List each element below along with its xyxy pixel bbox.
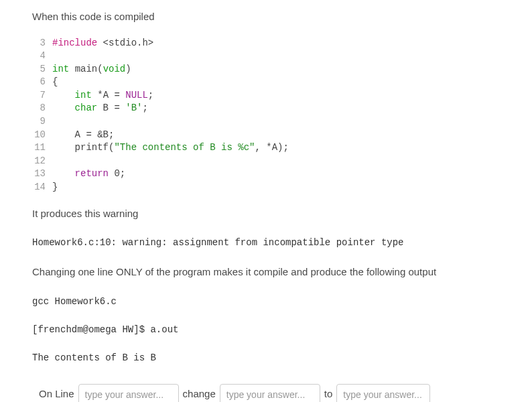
label-to: to <box>324 387 333 402</box>
code-line: 5int main(void) <box>32 63 500 76</box>
token-op <box>52 168 75 179</box>
line-number: 6 <box>32 76 52 89</box>
token-type: int <box>52 64 69 74</box>
token-op: ; <box>142 103 147 113</box>
code-content: char B = 'B'; <box>52 102 148 115</box>
label-on-line: On Line <box>39 387 74 402</box>
code-line: 8 char B = 'B'; <box>32 102 500 115</box>
line-number: 12 <box>32 155 52 168</box>
intro-text: When this code is compiled <box>32 9 500 25</box>
code-content: A = &B; <box>52 129 114 142</box>
line-number: 4 <box>32 50 52 63</box>
answer-change-to-input[interactable] <box>336 384 430 402</box>
line-number: 9 <box>32 115 52 129</box>
answer-change-from-input[interactable] <box>220 384 320 402</box>
warning-intro: It produces this warning <box>32 206 500 222</box>
token-op: 0; <box>109 168 125 179</box>
token-op: ( <box>97 64 103 74</box>
line-number: 5 <box>32 63 52 76</box>
code-line: 10 A = &B; <box>32 129 500 142</box>
compiler-warning: Homework6.c:10: warning: assignment from… <box>32 236 500 250</box>
answer-line-input[interactable] <box>78 384 179 402</box>
token-op: <stdio.h> <box>97 38 153 48</box>
code-block: 3#include <stdio.h>45int main(void)6{7 i… <box>32 37 500 194</box>
line-number: 7 <box>32 89 52 103</box>
line-number: 13 <box>32 168 52 181</box>
code-content: } <box>52 181 58 194</box>
token-op <box>52 103 75 113</box>
token-preproc: #include <box>52 38 97 48</box>
code-line: 14} <box>32 181 500 194</box>
code-content: printf("The contents of B is %c", *A); <box>52 141 289 155</box>
code-line: 11 printf("The contents of B is %c", *A)… <box>32 141 500 155</box>
label-change: change <box>183 387 216 402</box>
token-op: B = <box>97 103 125 113</box>
code-line: 12 <box>32 155 500 168</box>
token-op: { <box>52 76 58 87</box>
code-content: int *A = NULL; <box>52 89 153 103</box>
token-type: char <box>75 103 98 113</box>
token-op: ; <box>148 90 153 100</box>
token-op: *A = <box>92 90 125 100</box>
terminal-output: gcc Homework6.c [frenchdm@omega HW]$ a.o… <box>32 295 500 365</box>
token-type: void <box>103 64 126 74</box>
code-line: 3#include <stdio.h> <box>32 37 500 50</box>
token-string: "The contents of B is %c" <box>114 142 255 153</box>
code-line: 6{ <box>32 76 500 89</box>
token-ident: main <box>75 64 98 74</box>
token-op: A = &B; <box>52 129 114 140</box>
code-content: { <box>52 76 58 89</box>
code-line: 4 <box>32 50 500 63</box>
token-op <box>69 64 74 74</box>
line-number: 14 <box>32 181 52 194</box>
code-content: #include <stdio.h> <box>52 37 153 50</box>
code-line: 7 int *A = NULL; <box>32 89 500 103</box>
token-char-lit: 'B' <box>125 103 142 113</box>
token-op: ) <box>125 64 131 74</box>
line-number: 10 <box>32 129 52 142</box>
token-null-kw: NULL <box>125 90 148 100</box>
code-line: 9 <box>32 115 500 129</box>
code-content: return 0; <box>52 168 125 181</box>
token-op <box>52 90 75 100</box>
token-op: , *A); <box>255 142 288 153</box>
token-type: int <box>75 90 92 100</box>
change-instruction: Changing one line ONLY of the program ma… <box>32 265 500 280</box>
token-op: } <box>52 182 58 192</box>
line-number: 3 <box>32 37 52 50</box>
answer-row: On Line change to <box>39 384 500 402</box>
token-keyword: return <box>75 168 109 179</box>
line-number: 8 <box>32 102 52 115</box>
token-op: printf( <box>52 142 114 153</box>
line-number: 11 <box>32 141 52 155</box>
code-content: int main(void) <box>52 63 131 76</box>
code-line: 13 return 0; <box>32 168 500 181</box>
